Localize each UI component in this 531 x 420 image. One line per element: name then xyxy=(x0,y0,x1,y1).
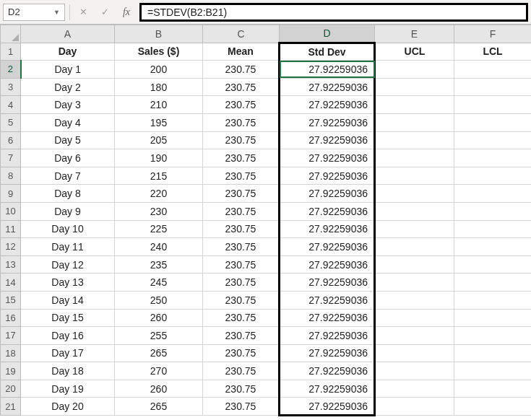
cell-std[interactable]: 27.92259036 xyxy=(280,78,375,96)
header-ucl[interactable]: UCL xyxy=(375,43,454,61)
row-header[interactable]: 2 xyxy=(1,61,21,79)
cell-day[interactable]: Day 14 xyxy=(21,291,115,309)
cell-sales[interactable]: 180 xyxy=(115,78,203,96)
cell-sales[interactable]: 205 xyxy=(115,131,203,149)
cell-ucl[interactable] xyxy=(375,202,454,220)
row-header[interactable]: 3 xyxy=(1,78,21,96)
cell-day[interactable]: Day 10 xyxy=(21,220,115,238)
cell-sales[interactable]: 225 xyxy=(115,220,203,238)
cell-std[interactable]: 27.92259036 xyxy=(280,291,375,309)
row-header[interactable]: 15 xyxy=(1,291,21,309)
header-day[interactable]: Day xyxy=(21,43,115,61)
cell-mean[interactable]: 230.75 xyxy=(203,380,280,398)
cell-lcl[interactable] xyxy=(454,344,532,362)
cell-day[interactable]: Day 2 xyxy=(21,78,115,96)
cell-day[interactable]: Day 15 xyxy=(21,309,115,327)
col-header-c[interactable]: C xyxy=(203,25,280,43)
cell-mean[interactable]: 230.75 xyxy=(203,274,280,292)
cell-mean[interactable]: 230.75 xyxy=(203,255,280,274)
header-mean[interactable]: Mean xyxy=(203,43,280,61)
cell-ucl[interactable] xyxy=(375,291,454,309)
cell-std[interactable]: 27.92259036 xyxy=(280,327,375,345)
cell-std[interactable]: 27.92259036 xyxy=(280,362,375,380)
cell-day[interactable]: Day 3 xyxy=(21,96,115,114)
cell-mean[interactable]: 230.75 xyxy=(203,78,280,96)
header-lcl[interactable]: LCL xyxy=(454,43,532,61)
formula-input[interactable]: =STDEV(B2:B21) xyxy=(139,3,528,22)
cell-sales[interactable]: 220 xyxy=(115,185,203,203)
row-header[interactable]: 21 xyxy=(1,398,21,416)
row-header[interactable]: 14 xyxy=(1,274,21,292)
cell-std[interactable]: 27.92259036 xyxy=(280,131,375,149)
col-header-a[interactable]: A xyxy=(21,25,115,43)
cell-sales[interactable]: 215 xyxy=(115,167,203,185)
cell-sales[interactable]: 240 xyxy=(115,238,203,256)
cell-day[interactable]: Day 8 xyxy=(21,185,115,203)
cell-ucl[interactable] xyxy=(375,398,454,416)
cell-sales[interactable]: 245 xyxy=(115,274,203,292)
cell-ucl[interactable] xyxy=(375,167,454,185)
cell-ucl[interactable] xyxy=(375,113,454,131)
row-header[interactable]: 17 xyxy=(1,327,21,345)
cell-lcl[interactable] xyxy=(454,113,532,131)
cell-day[interactable]: Day 16 xyxy=(21,327,115,345)
cell-ucl[interactable] xyxy=(375,149,454,167)
chevron-down-icon[interactable]: ▼ xyxy=(53,9,60,16)
cell-day[interactable]: Day 20 xyxy=(21,398,115,416)
cell-day[interactable]: Day 9 xyxy=(21,202,115,220)
cell-day[interactable]: Day 6 xyxy=(21,149,115,167)
cell-lcl[interactable] xyxy=(454,255,532,274)
cell-sales[interactable]: 200 xyxy=(115,61,203,79)
row-header[interactable]: 19 xyxy=(1,362,21,380)
col-header-b[interactable]: B xyxy=(115,25,203,43)
cell-lcl[interactable] xyxy=(454,274,532,292)
cell-ucl[interactable] xyxy=(375,220,454,238)
select-all-corner[interactable] xyxy=(1,25,21,43)
cell-sales[interactable]: 260 xyxy=(115,309,203,327)
cancel-icon[interactable]: ✕ xyxy=(74,4,92,21)
cell-std[interactable]: 27.92259036 xyxy=(280,167,375,185)
row-header[interactable]: 13 xyxy=(1,255,21,274)
row-header[interactable]: 8 xyxy=(1,167,21,185)
cell-ucl[interactable] xyxy=(375,185,454,203)
cell-ucl[interactable] xyxy=(375,309,454,327)
cell-sales[interactable]: 265 xyxy=(115,398,203,416)
name-box[interactable]: D2 ▼ xyxy=(3,4,65,21)
cell-lcl[interactable] xyxy=(454,398,532,416)
cell-std[interactable]: 27.92259036 xyxy=(280,398,375,416)
cell-sales[interactable]: 195 xyxy=(115,113,203,131)
cell-sales[interactable]: 230 xyxy=(115,202,203,220)
cell-lcl[interactable] xyxy=(454,149,532,167)
cell-day[interactable]: Day 1 xyxy=(21,61,115,79)
cell-ucl[interactable] xyxy=(375,96,454,114)
col-header-d[interactable]: D xyxy=(280,25,375,43)
cell-sales[interactable]: 235 xyxy=(115,255,203,274)
cell-std[interactable]: 27.92259036 xyxy=(280,185,375,203)
cell-ucl[interactable] xyxy=(375,274,454,292)
cell-std[interactable]: 27.92259036 xyxy=(280,344,375,362)
cell-std[interactable]: 27.92259036 xyxy=(280,202,375,220)
cell-lcl[interactable] xyxy=(454,291,532,309)
row-header[interactable]: 20 xyxy=(1,380,21,398)
cell-mean[interactable]: 230.75 xyxy=(203,344,280,362)
cell-lcl[interactable] xyxy=(454,220,532,238)
cell-lcl[interactable] xyxy=(454,362,532,380)
cell-mean[interactable]: 230.75 xyxy=(203,131,280,149)
cell-mean[interactable]: 230.75 xyxy=(203,185,280,203)
cell-sales[interactable]: 265 xyxy=(115,344,203,362)
cell-std[interactable]: 27.92259036 xyxy=(280,255,375,274)
row-header[interactable]: 11 xyxy=(1,220,21,238)
cell-lcl[interactable] xyxy=(454,202,532,220)
cell-std[interactable]: 27.92259036 xyxy=(280,309,375,327)
cell-std[interactable]: 27.92259036 xyxy=(280,220,375,238)
cell-day[interactable]: Day 11 xyxy=(21,238,115,256)
cell-lcl[interactable] xyxy=(454,131,532,149)
row-header[interactable]: 4 xyxy=(1,96,21,114)
cell-mean[interactable]: 230.75 xyxy=(203,309,280,327)
row-header[interactable]: 1 xyxy=(1,43,21,61)
cell-ucl[interactable] xyxy=(375,238,454,256)
cell-mean[interactable]: 230.75 xyxy=(203,202,280,220)
cell-sales[interactable]: 255 xyxy=(115,327,203,345)
cell-lcl[interactable] xyxy=(454,380,532,398)
cell-day[interactable]: Day 7 xyxy=(21,167,115,185)
